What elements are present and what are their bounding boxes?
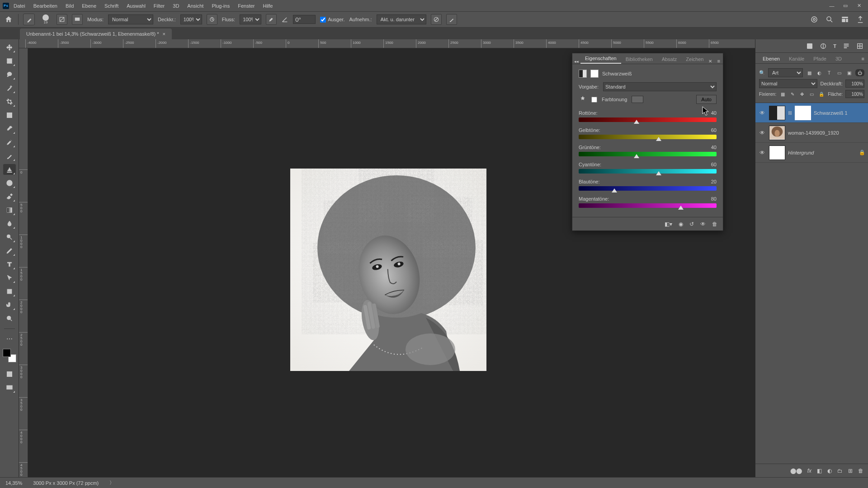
- zoom-tool[interactable]: [3, 313, 16, 324]
- shape-tool[interactable]: [3, 286, 16, 297]
- tab-pfade[interactable]: Pfade: [809, 54, 831, 63]
- view-previous-icon[interactable]: ◉: [679, 221, 683, 227]
- menu-bearbeiten[interactable]: Bearbeiten: [33, 3, 57, 9]
- lock-all-icon[interactable]: 🔒: [818, 90, 826, 98]
- menu-fenster[interactable]: Fenster: [238, 3, 255, 9]
- menu-ebene[interactable]: Ebene: [82, 3, 96, 9]
- airbrush-toggle[interactable]: [266, 14, 277, 25]
- eyedropper-tool[interactable]: [3, 123, 16, 134]
- edit-toolbar[interactable]: ⋯: [3, 333, 16, 344]
- blur-tool[interactable]: [3, 218, 16, 229]
- magic-wand-tool[interactable]: [3, 83, 16, 94]
- menu-3d[interactable]: 3D: [173, 3, 179, 9]
- dock-paragraph-icon[interactable]: [843, 42, 850, 50]
- history-brush-tool[interactable]: [3, 178, 16, 188]
- search-icon[interactable]: [826, 15, 834, 23]
- toggle-visibility-icon[interactable]: 👁: [700, 221, 706, 227]
- foreground-background-colors[interactable]: [3, 349, 16, 362]
- tint-swatch[interactable]: [632, 96, 643, 103]
- panel-menu-icon[interactable]: ≡: [717, 58, 720, 64]
- dodge-tool[interactable]: [3, 232, 16, 243]
- type-tool[interactable]: [3, 259, 16, 270]
- brush-preset-picker[interactable]: 19: [39, 13, 52, 26]
- slider-5[interactable]: [579, 202, 717, 210]
- dock-color-icon[interactable]: [806, 42, 813, 50]
- blend-mode-select[interactable]: Normal: [108, 14, 153, 24]
- brush-angle-input[interactable]: [293, 15, 316, 24]
- canvas-board-toggle[interactable]: [72, 14, 83, 25]
- screenmode-toggle[interactable]: [3, 382, 16, 393]
- properties-panel[interactable]: ◂◂ Eigenschaften Bibliotheken Absatz Zei…: [572, 53, 723, 231]
- filter-adjust-icon[interactable]: ◐: [816, 69, 823, 76]
- dock-adjust-icon[interactable]: [820, 42, 827, 50]
- menu-ansicht[interactable]: Ansicht: [187, 3, 203, 9]
- flow-select[interactable]: 100%: [240, 14, 261, 24]
- menu-filter[interactable]: Filter: [154, 3, 165, 9]
- document-tab[interactable]: Unbenannt-1 bei 14,3% (Schwarzweiß 1, Eb…: [20, 28, 172, 39]
- filter-smart-icon[interactable]: ▣: [845, 69, 853, 76]
- link-layers-icon[interactable]: ⬤⬤: [790, 468, 802, 474]
- auto-button[interactable]: Auto: [696, 95, 717, 104]
- cloud-docs-icon[interactable]: [810, 15, 818, 23]
- brush-settings-toggle[interactable]: [57, 14, 67, 25]
- brush-tool[interactable]: [3, 150, 16, 161]
- ignore-adjustment-toggle[interactable]: [431, 14, 442, 25]
- menu-auswahl[interactable]: Auswahl: [127, 3, 146, 9]
- aligned-checkbox[interactable]: [320, 17, 326, 23]
- pen-tool[interactable]: [3, 245, 16, 256]
- tab-ebenen[interactable]: Ebenen: [758, 54, 784, 63]
- panel-menu-icon[interactable]: ≡: [858, 54, 868, 63]
- quickmask-toggle[interactable]: [3, 369, 16, 380]
- layer-visibility-1[interactable]: 👁: [758, 130, 766, 136]
- layer-lock-icon[interactable]: 🔒: [859, 150, 865, 155]
- add-mask-icon[interactable]: ◧: [817, 468, 822, 474]
- docinfo-flyout[interactable]: 〉: [109, 479, 114, 486]
- home-button[interactable]: [4, 14, 14, 24]
- marquee-tool[interactable]: [3, 56, 16, 66]
- healing-brush-tool[interactable]: [3, 137, 16, 148]
- pressure-opacity-toggle[interactable]: [207, 14, 217, 25]
- slider-0[interactable]: [579, 116, 717, 124]
- layer-visibility-2[interactable]: 👁: [758, 150, 766, 156]
- workspace-icon[interactable]: [841, 15, 849, 23]
- tab-bibliotheken[interactable]: Bibliotheken: [621, 55, 657, 64]
- gradient-tool[interactable]: [3, 205, 16, 216]
- ruler-vertical[interactable]: 05 0 01 0 0 01 5 0 02 0 0 02 5 0 03 0 0 …: [19, 48, 28, 477]
- move-tool[interactable]: [3, 42, 16, 53]
- new-layer-icon[interactable]: ⊞: [848, 468, 853, 474]
- filter-type-icon[interactable]: T: [826, 69, 833, 76]
- preset-select[interactable]: Standard: [603, 82, 717, 91]
- ruler-horizontal[interactable]: -4000-3500-3000-2500-2000-1500-1000-5000…: [19, 39, 755, 48]
- layer-row-1[interactable]: 👁woman-1439909_1920: [755, 123, 868, 143]
- lasso-tool[interactable]: [3, 69, 16, 80]
- dock-glyph-icon[interactable]: [856, 42, 863, 50]
- panel-collapse-icon[interactable]: ◂◂: [574, 59, 579, 64]
- clone-stamp-tool[interactable]: [3, 164, 16, 175]
- tab-kanaele[interactable]: Kanäle: [784, 54, 809, 63]
- slider-3[interactable]: [579, 167, 717, 175]
- delete-adjustment-icon[interactable]: 🗑: [712, 221, 717, 227]
- layer-filter-type[interactable]: Art: [768, 68, 803, 77]
- share-icon[interactable]: [856, 15, 864, 23]
- tab-3d[interactable]: 3D: [831, 54, 846, 63]
- menu-datei[interactable]: Datei: [14, 3, 25, 9]
- menu-schrift[interactable]: Schrift: [104, 3, 118, 9]
- tab-absatz[interactable]: Absatz: [657, 55, 682, 64]
- new-group-icon[interactable]: 🗀: [837, 468, 843, 474]
- layer-opacity-input[interactable]: [845, 80, 864, 88]
- zoom-level[interactable]: 14,35%: [5, 480, 22, 486]
- filter-toggle[interactable]: ⏻: [855, 69, 864, 76]
- tint-checkbox[interactable]: [591, 97, 597, 103]
- frame-tool[interactable]: [3, 110, 16, 121]
- window-maximize[interactable]: ▭: [839, 1, 852, 10]
- tool-preset-picker[interactable]: [23, 14, 35, 25]
- layer-row-0[interactable]: 👁⛓Schwarzweiß 1: [755, 103, 868, 123]
- document-info[interactable]: 3000 Px x 3000 Px (72 ppcm): [33, 480, 99, 486]
- slider-2[interactable]: [579, 150, 717, 158]
- hand-tool[interactable]: [3, 300, 16, 310]
- layer-blend-select[interactable]: Normal: [759, 79, 817, 88]
- menu-plugins[interactable]: Plug-ins: [212, 3, 230, 9]
- lock-pixels-icon[interactable]: ✎: [789, 90, 796, 98]
- new-fill-adjust-icon[interactable]: ◐: [827, 468, 832, 474]
- menu-bild[interactable]: Bild: [66, 3, 74, 9]
